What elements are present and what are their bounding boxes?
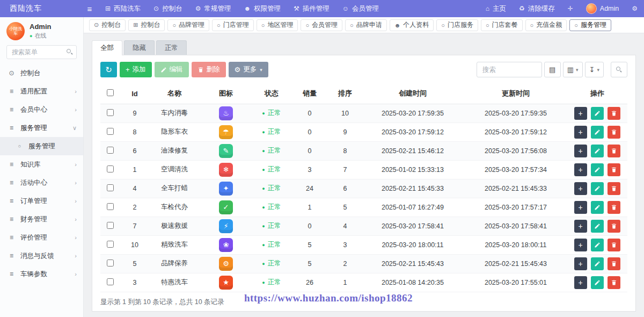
- row-delete-button[interactable]: [608, 276, 620, 289]
- row-delete-button[interactable]: [608, 220, 620, 233]
- row-edit-button[interactable]: [591, 163, 604, 176]
- page-tab[interactable]: ☻ 个人资料: [390, 19, 434, 31]
- sidebar-item[interactable]: ≡ 活动中心 ›: [0, 174, 83, 192]
- row-edit-button[interactable]: [591, 239, 604, 251]
- row-add-button[interactable]: +: [574, 182, 587, 195]
- row-delete-button[interactable]: [608, 201, 620, 214]
- row-edit-button[interactable]: [591, 276, 604, 289]
- sidebar-item[interactable]: ⊙ 控制台: [0, 64, 83, 82]
- clear-cache-button[interactable]: ♻ 清除缓存: [513, 0, 561, 17]
- topbar-menu-item[interactable]: ☺ 会员管理: [336, 0, 385, 17]
- user-menu[interactable]: Admin: [580, 0, 625, 17]
- column-header-sort[interactable]: 排序: [329, 84, 361, 104]
- row-checkbox[interactable]: [107, 278, 114, 285]
- row-add-button[interactable]: +: [574, 220, 587, 233]
- row-edit-button[interactable]: [591, 201, 604, 214]
- delete-button[interactable]: 删除: [192, 62, 226, 77]
- export-button[interactable]: ↧ ▾: [585, 62, 604, 77]
- topbar-menu-item[interactable]: ⊞ 西陆洗车: [99, 0, 147, 17]
- open-tabs-bar: ⊙ 控制台 ⊞ 控制台 ○ 品牌管理 ○ 门店管理 ○ 地区管理 ○ 会员管理 …: [84, 17, 644, 33]
- row-checkbox[interactable]: [107, 260, 114, 266]
- column-header-name[interactable]: 名称: [150, 84, 199, 104]
- fullscreen-button[interactable]: ✛: [561, 0, 580, 17]
- view-toggle-button[interactable]: ▤: [544, 62, 561, 77]
- row-delete-button[interactable]: [608, 257, 620, 270]
- columns-button[interactable]: ▥ ▾: [563, 62, 583, 77]
- row-checkbox[interactable]: [107, 222, 114, 229]
- row-checkbox[interactable]: [107, 128, 114, 135]
- page-tab[interactable]: ○ 地区管理: [257, 19, 298, 31]
- row-delete-button[interactable]: [608, 163, 620, 176]
- row-add-button[interactable]: +: [574, 145, 587, 157]
- column-header-status[interactable]: 状态: [253, 84, 290, 104]
- page-tab[interactable]: ○ 会员管理: [301, 19, 342, 31]
- sidebar-item[interactable]: ≡ 知识库 ›: [0, 155, 83, 174]
- table-search-input[interactable]: [477, 62, 542, 77]
- home-button[interactable]: ⌂ 主页: [479, 0, 513, 17]
- sidebar-item[interactable]: ○ 服务管理: [0, 137, 83, 155]
- search-toggle-button[interactable]: [611, 62, 627, 77]
- row-delete-button[interactable]: [608, 107, 620, 120]
- page-tab[interactable]: ○ 品牌申请: [345, 19, 387, 31]
- filter-tab[interactable]: 正常: [156, 40, 187, 55]
- column-header-sales[interactable]: 销量: [290, 84, 329, 104]
- page-tab[interactable]: ○ 服务管理: [569, 19, 611, 31]
- row-checkbox[interactable]: [107, 184, 114, 191]
- topbar-menu-item[interactable]: ⚒ 插件管理: [287, 0, 336, 17]
- row-add-button[interactable]: +: [574, 257, 587, 270]
- sidebar-toggle-button[interactable]: ≡: [80, 0, 99, 17]
- row-edit-button[interactable]: [591, 182, 604, 195]
- page-tab[interactable]: ○ 门店服务: [436, 19, 478, 31]
- row-add-button[interactable]: +: [574, 126, 587, 139]
- row-checkbox[interactable]: [107, 165, 114, 172]
- row-delete-button[interactable]: [608, 239, 620, 251]
- sidebar-item[interactable]: ≡ 会员中心 ›: [0, 100, 83, 119]
- sidebar-item[interactable]: ≡ 财务管理 ›: [0, 210, 83, 228]
- row-add-button[interactable]: +: [574, 163, 587, 176]
- select-all-checkbox[interactable]: [107, 89, 114, 96]
- sidebar-item[interactable]: ≡ 车辆参数 ›: [0, 265, 83, 283]
- row-edit-button[interactable]: [591, 220, 604, 233]
- add-button[interactable]: + 添加: [120, 62, 152, 77]
- refresh-button[interactable]: ↻: [100, 62, 117, 77]
- avatar[interactable]: 小陆洗车: [6, 22, 25, 40]
- row-add-button[interactable]: +: [574, 239, 587, 251]
- page-tab[interactable]: ○ 充值金额: [525, 19, 567, 31]
- row-edit-button[interactable]: [591, 126, 604, 139]
- column-header-created[interactable]: 创建时间: [361, 84, 464, 104]
- sidebar-item[interactable]: ≡ 评价管理 ›: [0, 228, 83, 247]
- brand-logo[interactable]: 西陆洗车: [0, 0, 80, 17]
- column-header-updated[interactable]: 更新时间: [464, 84, 567, 104]
- row-edit-button[interactable]: [591, 107, 604, 120]
- column-header-id[interactable]: Id: [120, 84, 150, 104]
- topbar-menu-item[interactable]: ⚙ 常规管理: [189, 0, 238, 17]
- row-delete-button[interactable]: [608, 145, 620, 157]
- sidebar-item[interactable]: ≡ 服务管理 ∨: [0, 119, 83, 137]
- edit-button[interactable]: 编辑: [155, 62, 189, 77]
- row-delete-button[interactable]: [608, 182, 620, 195]
- topbar-menu-item[interactable]: ⊙ 控制台: [147, 0, 189, 17]
- page-tab[interactable]: ○ 门店套餐: [481, 19, 523, 31]
- row-edit-button[interactable]: [591, 257, 604, 270]
- row-checkbox[interactable]: [107, 147, 114, 154]
- settings-button[interactable]: ⚙: [625, 0, 644, 17]
- row-add-button[interactable]: +: [574, 201, 587, 214]
- filter-tab[interactable]: 全部: [92, 40, 122, 55]
- row-edit-button[interactable]: [591, 145, 604, 157]
- row-add-button[interactable]: +: [574, 107, 587, 120]
- row-checkbox[interactable]: [107, 109, 114, 116]
- row-delete-button[interactable]: [608, 126, 620, 139]
- sidebar-item[interactable]: ≡ 通用配置 ›: [0, 82, 83, 100]
- page-tab[interactable]: ○ 门店管理: [212, 19, 254, 31]
- row-checkbox[interactable]: [107, 241, 114, 248]
- row-add-button[interactable]: +: [574, 276, 587, 289]
- topbar-menu-item[interactable]: ☻ 权限管理: [237, 0, 287, 17]
- sidebar-item[interactable]: ≡ 订单管理 ›: [0, 192, 83, 210]
- more-button[interactable]: ⚙ 更多 ▾: [229, 62, 268, 77]
- page-tab[interactable]: ⊙ 控制台: [89, 19, 126, 31]
- page-tab[interactable]: ⊞ 控制台: [128, 19, 165, 31]
- sidebar-item[interactable]: ≡ 消息与反馈 ›: [0, 247, 83, 265]
- row-checkbox[interactable]: [107, 203, 114, 210]
- page-tab[interactable]: ○ 品牌管理: [167, 19, 209, 31]
- filter-tab[interactable]: 隐藏: [124, 40, 155, 55]
